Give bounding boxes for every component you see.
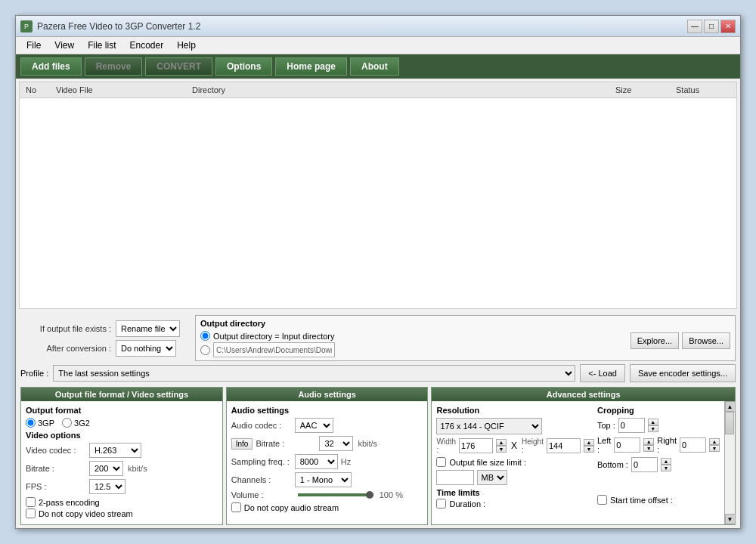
- right-input[interactable]: [680, 437, 706, 453]
- height-spin-up[interactable]: ▲: [584, 439, 594, 446]
- panels-row: Output file format / Video settings Outp…: [20, 387, 736, 525]
- scroll-down-arrow[interactable]: ▼: [725, 514, 736, 524]
- menu-help[interactable]: Help: [171, 39, 202, 52]
- height-spin-down[interactable]: ▼: [584, 446, 594, 453]
- sampling-combo[interactable]: 8000 11025 16000 22050 44100: [295, 454, 338, 469]
- nocopy-audio-checkbox[interactable]: [231, 502, 241, 512]
- file-list-area: No Video File Directory Size Status: [19, 82, 737, 309]
- channels-label: Channels :: [231, 475, 292, 484]
- menu-filelist[interactable]: File list: [82, 39, 122, 52]
- size-limit-checkbox[interactable]: [436, 457, 446, 467]
- audio-codec-label: Audio codec :: [231, 421, 292, 430]
- bottom-crop-row: Bottom : ▲ ▼: [597, 457, 720, 472]
- volume-percent: 100 %: [380, 490, 403, 499]
- volume-label: Volume :: [231, 490, 292, 499]
- width-label: Width :: [436, 437, 456, 454]
- app-icon: P: [20, 20, 33, 32]
- time-limits-section: Time limits Duration :: [436, 488, 593, 508]
- output-exists-combo[interactable]: Rename file Overwrite Skip: [116, 320, 180, 337]
- format-3g2-radio[interactable]: [62, 418, 72, 428]
- width-spin-up[interactable]: ▲: [496, 439, 507, 446]
- profile-row: Profile : The last session settings <- L…: [20, 364, 736, 382]
- custom-dir-radio[interactable]: [200, 345, 210, 355]
- nocopy-video-label: Do not copy video stream: [39, 509, 133, 518]
- convert-button[interactable]: CONVERT: [145, 57, 212, 76]
- info-button[interactable]: Info: [231, 438, 253, 450]
- options-button[interactable]: Options: [215, 57, 272, 76]
- fps-combo[interactable]: 12.5 10 15 25 30: [89, 479, 125, 494]
- scroll-up-arrow[interactable]: ▲: [725, 401, 736, 412]
- scroll-thumb[interactable]: [725, 412, 734, 434]
- load-button[interactable]: <- Load: [580, 364, 625, 382]
- duration-checkbox[interactable]: [436, 499, 446, 508]
- profile-combo[interactable]: The last session settings: [53, 365, 575, 382]
- file-list-body[interactable]: [20, 98, 736, 306]
- audio-bitrate-label: Bitrate :: [256, 439, 316, 448]
- custom-dir-row: [200, 342, 335, 357]
- width-height-row: Width : ▲ ▼ X Height :: [436, 437, 593, 454]
- advanced-panel: Advanced settings Resolution 176 x 144 -…: [431, 387, 736, 525]
- scroll-track[interactable]: [725, 412, 735, 514]
- top-input[interactable]: [618, 418, 645, 433]
- nocopy-video-checkbox[interactable]: [26, 508, 36, 518]
- add-files-button[interactable]: Add files: [20, 57, 82, 76]
- dir-path-input[interactable]: [213, 342, 335, 357]
- top-spin-down[interactable]: ▼: [648, 425, 658, 432]
- minimize-button[interactable]: —: [687, 20, 702, 33]
- audio-codec-combo[interactable]: AAC AMR MP3: [295, 418, 333, 433]
- fps-row: FPS : 12.5 10 15 25 30: [26, 479, 218, 494]
- resolution-combo[interactable]: 176 x 144 - QCIF 320 x 240 - QVGA 640 x …: [436, 418, 542, 434]
- save-settings-button[interactable]: Save encoder settings...: [630, 364, 736, 382]
- after-conversion-combo[interactable]: Do nothing Open file Shutdown: [116, 340, 176, 357]
- nocopy-audio-row: Do not copy audio stream: [231, 502, 423, 512]
- menu-file[interactable]: File: [20, 39, 47, 52]
- advanced-panel-header: Advanced settings: [432, 388, 735, 401]
- left-label: Left :: [597, 436, 611, 454]
- mb-combo[interactable]: MB: [477, 470, 507, 485]
- same-as-input-radio[interactable]: [200, 331, 210, 341]
- audio-bitrate-combo[interactable]: 32 16 48 64 128: [319, 436, 353, 451]
- start-offset-label: Start time offset :: [610, 496, 673, 505]
- channels-combo[interactable]: 1 - Mono 2 - Stereo: [295, 472, 352, 487]
- bottom-input[interactable]: [631, 457, 658, 472]
- channels-row: Channels : 1 - Mono 2 - Stereo: [231, 472, 423, 487]
- remove-button[interactable]: Remove: [85, 57, 143, 76]
- maximize-button[interactable]: □: [704, 20, 719, 33]
- col-video-file: Video File: [53, 84, 189, 96]
- options-row: If output file exists : Rename file Over…: [20, 315, 736, 361]
- home-page-button[interactable]: Home page: [275, 57, 347, 76]
- top-crop-row: Top : ▲ ▼: [597, 418, 720, 433]
- options-left: If output file exists : Rename file Over…: [20, 320, 180, 357]
- title-controls: — □ ✕: [687, 20, 736, 33]
- top-spin-up[interactable]: ▲: [648, 419, 658, 425]
- about-button[interactable]: About: [350, 57, 399, 76]
- audio-panel-header: Audio settings: [227, 388, 428, 401]
- explore-button[interactable]: Explore...: [631, 332, 679, 349]
- menu-view[interactable]: View: [48, 39, 80, 52]
- width-spin-down[interactable]: ▼: [496, 446, 507, 453]
- resolution-title: Resolution: [436, 406, 593, 415]
- height-input[interactable]: [547, 438, 581, 453]
- adv-right: Cropping Top : ▲ ▼: [597, 406, 720, 520]
- left-input[interactable]: [614, 437, 640, 453]
- twopass-checkbox[interactable]: [26, 497, 36, 507]
- start-offset-checkbox[interactable]: [597, 495, 607, 505]
- bitrate-combo[interactable]: 200 100 150 300: [89, 461, 123, 476]
- bottom-section: If output file exists : Rename file Over…: [16, 312, 740, 528]
- nocopy-video-row: Do not copy video stream: [26, 508, 218, 518]
- bottom-label: Bottom :: [597, 460, 628, 469]
- advanced-scrollbar: ▲ ▼: [724, 401, 735, 524]
- close-button[interactable]: ✕: [720, 20, 736, 33]
- duration-label: Duration :: [449, 499, 485, 508]
- volume-slider[interactable]: [298, 493, 373, 496]
- col-no: No: [23, 84, 53, 96]
- menu-encoder[interactable]: Encoder: [123, 39, 169, 52]
- output-exists-row: If output file exists : Rename file Over…: [20, 320, 180, 337]
- video-codec-combo[interactable]: H.263 H.264 MPEG-4: [89, 443, 141, 458]
- output-format-title: Output format: [26, 406, 218, 415]
- format-3gp-radio[interactable]: [26, 418, 36, 428]
- size-input[interactable]: [436, 470, 474, 485]
- format-radio-group: 3GP 3G2: [26, 418, 218, 428]
- width-input[interactable]: [459, 438, 493, 453]
- browse-button[interactable]: Browse...: [682, 332, 730, 349]
